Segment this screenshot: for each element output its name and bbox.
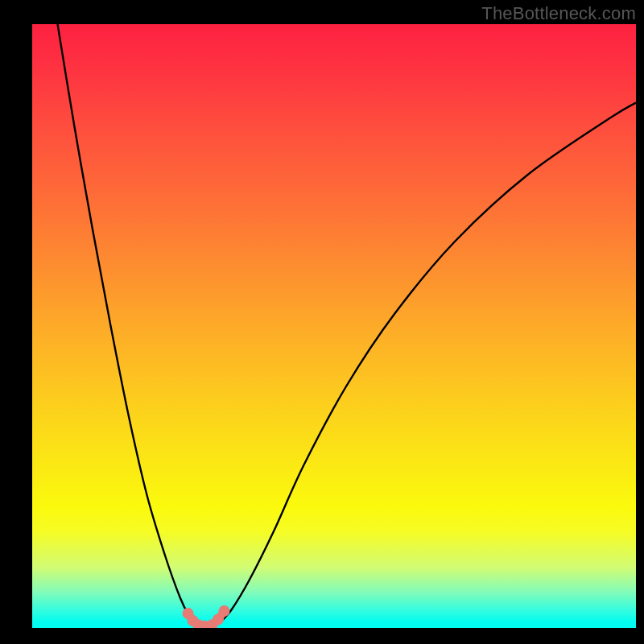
valley-marker-dot xyxy=(219,605,230,617)
chart-frame: TheBottleneck.com xyxy=(0,0,644,644)
watermark-text: TheBottleneck.com xyxy=(481,3,636,24)
valley-dot-group xyxy=(183,605,230,628)
plot-area xyxy=(32,24,636,628)
valley-markers xyxy=(32,24,636,628)
